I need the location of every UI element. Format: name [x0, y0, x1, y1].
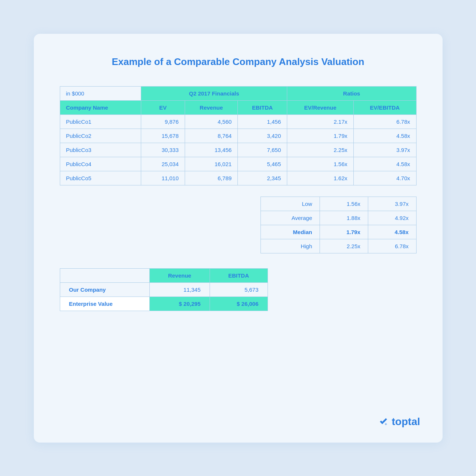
- toptal-icon: [378, 416, 389, 428]
- table-row: PublicCo2 15,678 8,764 3,420 1.79x 4.58x: [60, 129, 416, 143]
- ebitda-value: 5,465: [238, 157, 287, 171]
- stats-row: High 2.25x 6.78x: [260, 239, 416, 253]
- stat-label: High: [260, 239, 320, 253]
- ev-value: 9,876: [141, 114, 185, 129]
- revenue-value: 13,456: [185, 143, 238, 157]
- company-name: PublicCo3: [60, 143, 141, 157]
- ev-ebitda-value: 6.78x: [353, 114, 416, 129]
- stat-ev-rev: 2.25x: [320, 239, 368, 253]
- table-row: PublicCo1 9,876 4,560 1,456 2.17x 6.78x: [60, 114, 416, 129]
- company-name: PublicCo5: [60, 171, 141, 185]
- ev-value: 30,333: [141, 143, 185, 157]
- company-name: PublicCo1: [60, 114, 141, 129]
- col-ebitda: EBITDA: [238, 100, 287, 114]
- ev-ebitda-value: 3.97x: [353, 143, 416, 157]
- ebitda-value: 7,650: [238, 143, 287, 157]
- ev-value: 11,010: [141, 171, 185, 185]
- stats-row: Average 1.88x 4.92x: [260, 211, 416, 225]
- section-ratios-header: Ratios: [287, 86, 416, 100]
- col-revenue: Revenue: [185, 100, 238, 114]
- ev-revenue: $ 20,295: [150, 297, 210, 311]
- stat-ev-rev: 1.88x: [320, 211, 368, 225]
- stats-section: Low 1.56x 3.97x Average 1.88x 4.92x Medi…: [60, 197, 417, 253]
- ev-ebitda-value: 4.70x: [353, 171, 416, 185]
- ev-rev-value: 2.25x: [287, 143, 354, 157]
- stat-ev-rev: 1.56x: [320, 197, 368, 211]
- stats-row: Low 1.56x 3.97x: [260, 197, 416, 211]
- ev-ebitda-value: 4.58x: [353, 129, 416, 143]
- stat-ev-ebitda: 4.58x: [368, 225, 416, 239]
- valuation-col-ebitda: EBITDA: [210, 268, 268, 282]
- stat-label: Median: [260, 225, 320, 239]
- col-ev: EV: [141, 100, 185, 114]
- toptal-text: toptal: [392, 416, 420, 428]
- ev-rev-value: 1.79x: [287, 129, 354, 143]
- ev-rev-value: 1.56x: [287, 157, 354, 171]
- revenue-value: 8,764: [185, 129, 238, 143]
- table-row: PublicCo4 25,034 16,021 5,465 1.56x 4.58…: [60, 157, 416, 171]
- section-financials-header: Q2 2017 Financials: [141, 86, 287, 100]
- ev-value: 25,034: [141, 157, 185, 171]
- stats-row: Median 1.79x 4.58x: [260, 225, 416, 239]
- valuation-col-revenue: Revenue: [150, 268, 210, 282]
- stat-label: Low: [260, 197, 320, 211]
- company-name: PublicCo4: [60, 157, 141, 171]
- main-comparison-table: in $000 Q2 2017 Financials Ratios Compan…: [60, 86, 417, 185]
- col-ev-revenue: EV/Revenue: [287, 100, 354, 114]
- ev-ebitda: $ 26,006: [210, 297, 268, 311]
- toptal-logo: toptal: [378, 416, 420, 428]
- valuation-table: Revenue EBITDA Our Company 11,345 5,673 …: [60, 268, 268, 311]
- company-name: PublicCo2: [60, 129, 141, 143]
- table-row: PublicCo5 11,010 6,789 2,345 1.62x 4.70x: [60, 171, 416, 185]
- our-company-label: Our Company: [60, 282, 150, 297]
- ebitda-value: 3,420: [238, 129, 287, 143]
- valuation-empty-header: [60, 268, 150, 282]
- revenue-value: 16,021: [185, 157, 238, 171]
- stats-table: Low 1.56x 3.97x Average 1.88x 4.92x Medi…: [260, 197, 417, 253]
- stat-ev-ebitda: 6.78x: [368, 239, 416, 253]
- main-card: Example of a Comparable Company Analysis…: [34, 34, 443, 443]
- our-company-ebitda: 5,673: [210, 282, 268, 297]
- stat-ev-ebitda: 4.92x: [368, 211, 416, 225]
- ebitda-value: 2,345: [238, 171, 287, 185]
- ev-label: Enterprise Value: [60, 297, 150, 311]
- valuation-section: Revenue EBITDA Our Company 11,345 5,673 …: [60, 268, 417, 311]
- revenue-value: 4,560: [185, 114, 238, 129]
- ev-ebitda-value: 4.58x: [353, 157, 416, 171]
- ev-rev-value: 1.62x: [287, 171, 354, 185]
- table-row: PublicCo3 30,333 13,456 7,650 2.25x 3.97…: [60, 143, 416, 157]
- ev-rev-value: 2.17x: [287, 114, 354, 129]
- our-company-revenue: 11,345: [150, 282, 210, 297]
- stat-label: Average: [260, 211, 320, 225]
- enterprise-value-row: Enterprise Value $ 20,295 $ 26,006: [60, 297, 268, 311]
- in-thousands-label: in $000: [60, 86, 141, 100]
- ebitda-value: 1,456: [238, 114, 287, 129]
- col-company-name: Company Name: [60, 100, 141, 114]
- ev-value: 15,678: [141, 129, 185, 143]
- col-ev-ebitda: EV/EBITDA: [353, 100, 416, 114]
- page-title: Example of a Comparable Company Analysis…: [60, 56, 417, 68]
- stat-ev-ebitda: 3.97x: [368, 197, 416, 211]
- stat-ev-rev: 1.79x: [320, 225, 368, 239]
- revenue-value: 6,789: [185, 171, 238, 185]
- our-company-row: Our Company 11,345 5,673: [60, 282, 268, 297]
